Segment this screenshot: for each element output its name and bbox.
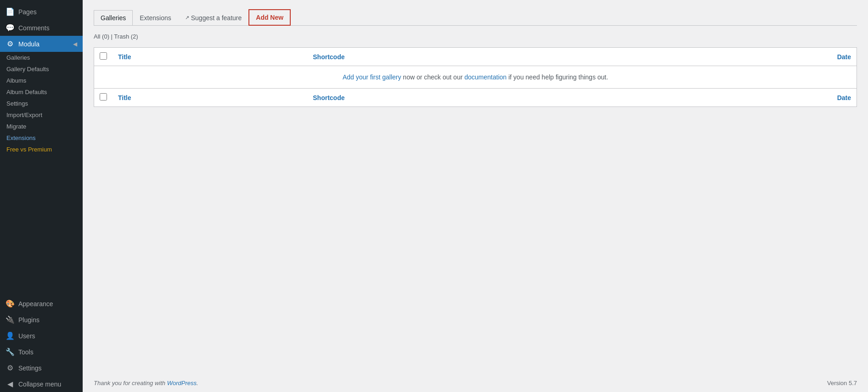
sidebar: 📄 Pages 💬 Comments ⚙ Modula ◀ Galleries … — [0, 0, 83, 392]
subnav-extensions[interactable]: Extensions — [0, 132, 83, 144]
tab-extensions[interactable]: Extensions — [133, 10, 178, 25]
nav-tabs: Galleries Extensions ↗ Suggest a feature… — [94, 9, 857, 26]
settings-icon: ⚙ — [6, 364, 15, 372]
filter-trash[interactable]: Trash (2) — [114, 33, 138, 40]
footer-title[interactable]: Title — [113, 89, 307, 107]
appearance-icon: 🎨 — [6, 299, 15, 308]
page-footer: Thank you for creating with WordPress. — [83, 374, 868, 392]
modula-arrow: ◀ — [73, 41, 77, 47]
footer-checkbox-col — [94, 89, 113, 107]
sidebar-item-label: Plugins — [18, 316, 39, 324]
footer-date[interactable]: Date — [653, 89, 857, 107]
select-all-footer-checkbox[interactable] — [100, 93, 107, 101]
sidebar-item-tools[interactable]: 🔧 Tools — [0, 344, 83, 360]
subnav-import-export[interactable]: Import/Export — [0, 109, 83, 121]
select-all-checkbox[interactable] — [100, 52, 107, 60]
content-area: Galleries Extensions ↗ Suggest a feature… — [83, 0, 868, 374]
modula-icon: ⚙ — [6, 39, 15, 48]
users-icon: 👤 — [6, 331, 15, 340]
sidebar-item-label: Pages — [18, 8, 37, 16]
main-content: Galleries Extensions ↗ Suggest a feature… — [83, 0, 868, 392]
version-info: Version 5.7 — [827, 380, 857, 386]
sidebar-item-label: Tools — [18, 348, 34, 356]
sidebar-item-label: Comments — [18, 24, 50, 32]
pages-icon: 📄 — [6, 7, 15, 16]
sidebar-item-label: Modula — [18, 40, 39, 48]
sidebar-item-modula[interactable]: ⚙ Modula ◀ — [0, 36, 83, 52]
table-footer-row: Title Shortcode Date — [94, 89, 857, 107]
tools-icon: 🔧 — [6, 347, 15, 356]
subnav-gallery-defaults[interactable]: Gallery Defaults — [0, 63, 83, 75]
subnav-settings[interactable]: Settings — [0, 98, 83, 109]
documentation-link[interactable]: documentation — [464, 73, 507, 81]
table-empty-message: Add your first gallery now or check out … — [94, 66, 857, 89]
subnav-album-defaults[interactable]: Album Defaults — [0, 86, 83, 98]
header-checkbox-col — [94, 48, 113, 66]
modula-subnav: Galleries Gallery Defaults Albums Album … — [0, 52, 83, 155]
subnav-migrate[interactable]: Migrate — [0, 121, 83, 132]
sidebar-item-users[interactable]: 👤 Users — [0, 328, 83, 344]
external-link-icon: ↗ — [185, 15, 189, 21]
sidebar-item-collapse[interactable]: ◀ Collapse menu — [0, 376, 83, 392]
table-empty-message-row: Add your first gallery now or check out … — [94, 66, 857, 89]
header-shortcode: Shortcode — [307, 48, 653, 66]
add-first-gallery-link[interactable]: Add your first gallery — [343, 73, 401, 81]
sidebar-item-label: Appearance — [18, 300, 53, 308]
comments-icon: 💬 — [6, 23, 15, 32]
header-title[interactable]: Title — [113, 48, 307, 66]
sidebar-item-settings[interactable]: ⚙ Settings — [0, 360, 83, 376]
tab-add-new[interactable]: Add New — [248, 9, 291, 26]
galleries-table: Title Shortcode Date Add your first gall… — [94, 47, 857, 107]
table-header-row: Title Shortcode Date — [94, 48, 857, 66]
filter-all[interactable]: All (0) — [94, 33, 111, 40]
header-date[interactable]: Date — [653, 48, 857, 66]
tab-suggest-feature[interactable]: ↗ Suggest a feature — [178, 10, 249, 25]
plugins-icon: 🔌 — [6, 315, 15, 324]
subnav-albums[interactable]: Albums — [0, 75, 83, 86]
tab-galleries[interactable]: Galleries — [94, 10, 133, 25]
sidebar-item-appearance[interactable]: 🎨 Appearance — [0, 296, 83, 312]
footer-shortcode: Shortcode — [307, 89, 653, 107]
collapse-icon: ◀ — [6, 380, 15, 388]
sidebar-item-label: Collapse menu — [18, 381, 61, 388]
wordpress-link[interactable]: WordPress — [167, 380, 197, 386]
sidebar-item-plugins[interactable]: 🔌 Plugins — [0, 312, 83, 328]
sidebar-item-label: Users — [18, 332, 35, 340]
sidebar-item-comments[interactable]: 💬 Comments — [0, 20, 83, 36]
filter-links: All (0) | Trash (2) — [94, 33, 857, 40]
subnav-free-vs-premium[interactable]: Free vs Premium — [0, 144, 83, 155]
subnav-galleries[interactable]: Galleries — [0, 52, 83, 63]
sidebar-item-label: Settings — [18, 364, 42, 372]
sidebar-item-pages[interactable]: 📄 Pages — [0, 4, 83, 20]
